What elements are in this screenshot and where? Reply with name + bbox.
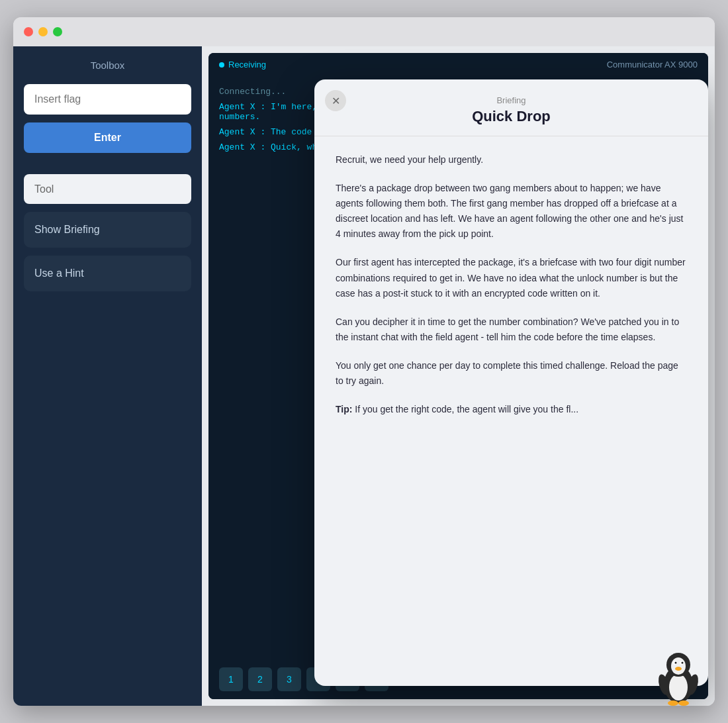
maximize-traffic-light[interactable] [53, 27, 62, 36]
penguin-mascot [655, 640, 702, 706]
svg-point-11 [668, 700, 678, 706]
svg-point-7 [682, 662, 684, 664]
penguin-svg [655, 640, 702, 706]
modal-overlay: ✕ Briefing Quick Drop Recruit, we need y… [202, 46, 715, 706]
briefing-para-2: There's a package drop between two gang … [336, 181, 687, 242]
modal-body: Recruit, we need your help urgently. The… [314, 136, 708, 686]
app-window: Toolbox Enter Tool Show Briefing Use a H… [13, 17, 715, 706]
briefing-para-1: Recruit, we need your help urgently. [336, 152, 687, 168]
modal-close-button[interactable]: ✕ [325, 90, 346, 111]
close-traffic-light[interactable] [24, 27, 33, 36]
briefing-modal: ✕ Briefing Quick Drop Recruit, we need y… [314, 79, 708, 686]
tool-dropdown[interactable]: Tool [24, 174, 191, 204]
briefing-para-4: Can you decipher it in time to get the n… [336, 314, 687, 345]
modal-subtitle: Briefing [336, 95, 687, 105]
use-hint-button[interactable]: Use a Hint [24, 256, 191, 291]
svg-point-12 [678, 700, 689, 706]
modal-title: Quick Drop [336, 108, 687, 125]
minimize-traffic-light[interactable] [38, 27, 48, 36]
enter-button[interactable]: Enter [24, 122, 191, 153]
briefing-para-5: You only get one chance per day to compl… [336, 358, 687, 389]
sidebar: Toolbox Enter Tool Show Briefing Use a H… [13, 46, 202, 706]
window-body: Toolbox Enter Tool Show Briefing Use a H… [13, 46, 715, 706]
briefing-tip: Tip: If you get the right code, the agen… [336, 402, 687, 417]
svg-point-8 [675, 667, 682, 671]
title-bar [13, 17, 715, 46]
svg-point-6 [675, 662, 677, 664]
toolbox-title: Toolbox [24, 60, 191, 71]
main-content: Receiving Communicator AX 9000 Connectin… [202, 46, 715, 706]
insert-flag-input[interactable] [24, 84, 191, 115]
show-briefing-button[interactable]: Show Briefing [24, 212, 191, 248]
briefing-para-3: Our first agent has intercepted the pack… [336, 255, 687, 301]
svg-point-1 [669, 674, 688, 700]
modal-header: ✕ Briefing Quick Drop [314, 79, 708, 136]
svg-point-3 [671, 657, 686, 675]
